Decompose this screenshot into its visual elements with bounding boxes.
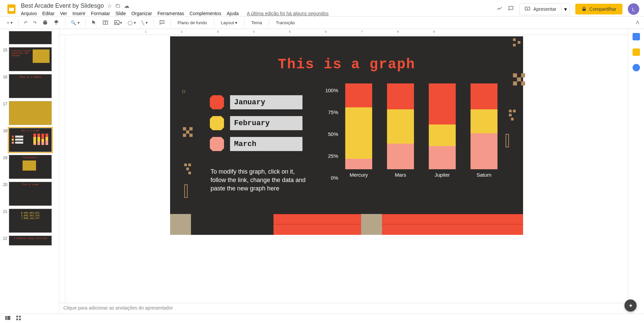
vertical-ruler[interactable]: [59, 35, 65, 314]
slide-thumb-18[interactable]: This is a graph: [9, 128, 52, 152]
explore-button[interactable]: ✦: [624, 299, 637, 312]
category-label: Mars: [395, 172, 406, 178]
last-edit-link[interactable]: A última edição foi há alguns segundos: [247, 11, 329, 16]
thumb-num: 15: [1, 47, 9, 52]
background-button[interactable]: Plano de fundo: [174, 19, 210, 27]
cloud-icon[interactable]: ☁: [124, 3, 129, 9]
segment-february: [387, 109, 414, 144]
thumb-num: 17: [1, 101, 9, 106]
legend-label: January: [230, 95, 302, 109]
star-icon[interactable]: ☆: [107, 3, 112, 9]
menu-complementos[interactable]: Complementos: [190, 11, 221, 16]
thumb-num: 21: [1, 209, 9, 214]
slide-thumb-19[interactable]: Infographics: [9, 155, 52, 179]
legend-item-january: January: [210, 95, 302, 109]
slide-thumb-17[interactable]: [9, 101, 52, 125]
doc-title[interactable]: Best Arcade Event by Slidesgo: [21, 2, 104, 9]
segment-march: [471, 133, 497, 169]
comments-icon[interactable]: [508, 5, 514, 13]
menu-organizar[interactable]: Organizar: [131, 11, 152, 16]
image-tool[interactable]: ▾: [112, 18, 124, 27]
filmstrip-view-icon[interactable]: [5, 315, 11, 322]
slide-thumb-16[interactable]: This is a table: [9, 74, 52, 98]
segment-march: [345, 159, 372, 169]
y-axis: 100% 75% 50% 25% 0%: [322, 90, 340, 178]
slide-thumb-21[interactable]: 8,483,943,6715,685,953,3337,850,124,377: [9, 209, 52, 233]
ytick: 100%: [325, 87, 338, 93]
slide-thumb[interactable]: [9, 31, 52, 44]
svg-rect-11: [19, 318, 21, 320]
undo-button[interactable]: ↶: [22, 19, 30, 27]
activity-icon[interactable]: [496, 5, 503, 13]
paint-format-button[interactable]: [52, 18, 62, 27]
grid-view-icon[interactable]: [15, 315, 22, 322]
slide-thumb-22[interactable]: A timeline always works too: [9, 236, 52, 246]
menu-editar[interactable]: Editar: [42, 11, 55, 16]
menu-ver[interactable]: Ver: [60, 11, 67, 16]
textbox-tool[interactable]: [100, 18, 110, 27]
share-label: Compartilhar: [589, 6, 616, 12]
select-tool[interactable]: [89, 18, 99, 27]
ytick: 25%: [328, 153, 338, 159]
hide-menus-icon[interactable]: ᐱ: [636, 20, 639, 25]
transition-button[interactable]: Transição: [272, 19, 298, 27]
slide-thumb-20[interactable]: This is a map: [9, 182, 52, 206]
share-button[interactable]: Compartilhar: [575, 4, 622, 14]
layout-button[interactable]: Layout ▾: [218, 19, 241, 27]
legend-item-february: February: [210, 116, 302, 130]
segment-january: [471, 83, 497, 109]
legend-swatch: [210, 137, 224, 151]
present-button[interactable]: Apresentar: [519, 3, 561, 15]
line-tool[interactable]: ╲ ▾: [139, 19, 150, 27]
menu-ferramentas[interactable]: Ferramentas: [157, 11, 184, 16]
menu-arquivo[interactable]: Arquivo: [21, 11, 37, 16]
menu-bar: Arquivo Editar Ver Inserir Formatar Slid…: [21, 11, 496, 16]
slide-thumb-15[interactable]: A picture alwaysreinforces theconcept: [9, 47, 52, 71]
account-avatar[interactable]: L: [628, 3, 639, 15]
pixel-rect-icon: [506, 134, 509, 147]
menu-slide[interactable]: Slide: [116, 11, 126, 16]
menu-ajuda[interactable]: Ajuda: [227, 11, 239, 16]
svg-rect-8: [16, 316, 18, 317]
slides-logo-icon[interactable]: [5, 2, 18, 16]
filmstrip[interactable]: 15A picture alwaysreinforces theconcept …: [0, 29, 59, 314]
svg-rect-9: [19, 316, 21, 317]
calendar-icon[interactable]: [633, 33, 640, 40]
canvas-area: 123456789 This is a graph: [59, 29, 628, 314]
tasks-icon[interactable]: [633, 64, 640, 71]
keep-icon[interactable]: [633, 48, 640, 56]
zoom-button[interactable]: 🔍 ▾: [69, 19, 82, 27]
legend-swatch: [210, 116, 224, 130]
bar-saturn: Saturn: [471, 83, 497, 178]
menu-formatar[interactable]: Formatar: [91, 11, 110, 16]
svg-rect-7: [7, 316, 10, 320]
svg-rect-1: [9, 8, 14, 11]
pixel-rect-icon: [184, 184, 188, 198]
thumb-num: 19: [1, 155, 9, 160]
comment-tool[interactable]: [157, 18, 167, 27]
helper-text: To modify this graph, click on it, follo…: [211, 168, 308, 193]
move-icon[interactable]: 🗀: [115, 3, 121, 9]
horizontal-ruler[interactable]: 123456789: [59, 29, 628, 35]
thumb-num: 16: [1, 74, 9, 79]
segment-february: [471, 109, 497, 133]
bar-chart[interactable]: 100% 75% 50% 25% 0% MercuryMarsJupiterSa…: [322, 90, 500, 191]
category-label: Mercury: [350, 172, 368, 178]
bar-mercury: Mercury: [345, 83, 372, 178]
menu-inserir[interactable]: Inserir: [72, 11, 86, 16]
print-button[interactable]: [40, 18, 50, 27]
present-label: Apresentar: [533, 6, 556, 12]
bar-mars: Mars: [387, 83, 414, 178]
theme-button[interactable]: Tema: [248, 19, 265, 27]
shape-tool[interactable]: ◯ ▾: [126, 19, 138, 27]
speaker-notes[interactable]: Clique para adicionar as anotações do ap…: [59, 303, 637, 314]
brick-decoration: [170, 214, 523, 235]
svg-rect-10: [16, 318, 18, 320]
thumb-num: 20: [1, 182, 9, 187]
slide-canvas[interactable]: This is a graph: [170, 36, 523, 235]
redo-button[interactable]: ↷: [31, 19, 39, 27]
new-slide-button[interactable]: + ▾: [5, 19, 15, 27]
present-dropdown[interactable]: ▾: [561, 3, 570, 15]
segment-march: [387, 144, 414, 170]
legend-swatch: [210, 95, 224, 109]
